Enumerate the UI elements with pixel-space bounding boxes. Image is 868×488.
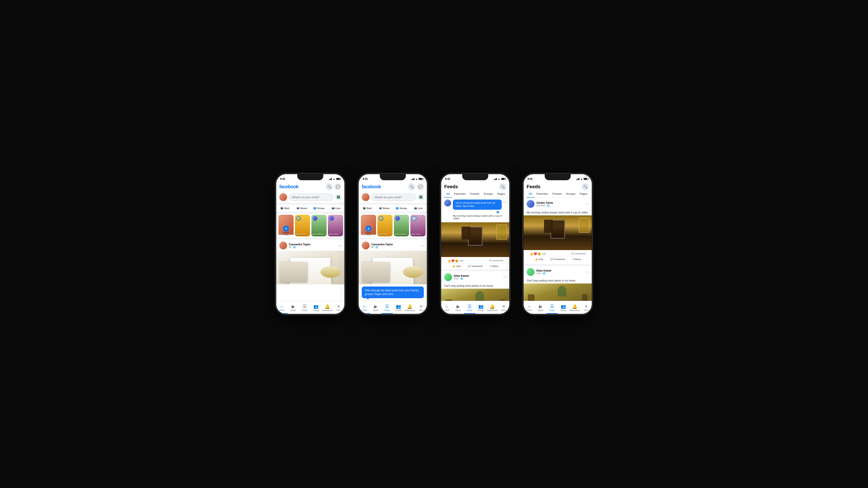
story-itai-2[interactable]: Itai Jordaan — [377, 215, 393, 236]
feeds-search-4[interactable]: 🔍 — [582, 183, 589, 190]
feeds-icon-3: ☰ — [468, 304, 471, 309]
tab-pages-4[interactable]: Pages — [578, 192, 590, 198]
search-button-1[interactable]: 🔍 — [326, 183, 333, 190]
nav-more-4[interactable]: ≡ More — [581, 301, 592, 314]
post-actions-3: 👍 Like 💬 Comment ↗ Share — [447, 263, 503, 269]
story-name-sanna-2: Sanna Madsen — [395, 233, 408, 235]
nav-feeds-2[interactable]: ☰ Feeds — [381, 301, 393, 314]
post-avatar-2 — [362, 241, 370, 250]
notch-2 — [380, 174, 406, 180]
create-story-1[interactable]: + Create aStory — [278, 215, 293, 236]
search-button-2[interactable]: 🔍 — [408, 183, 415, 190]
live-btn-1[interactable]: 📺Live — [328, 205, 345, 211]
nav-home-1[interactable]: ⌂ Home — [276, 301, 287, 314]
share-btn-3[interactable]: ↗ Share — [485, 263, 503, 269]
nav-watch-label-4: Watch — [538, 309, 544, 312]
phone-2: 9:41 ▲ facebook 🔍 — [358, 173, 428, 315]
battery-1 — [336, 178, 340, 180]
feeds-search-3[interactable]: 🔍 — [499, 183, 506, 190]
feeds-tabs-4: All Favorites Friends Groups Pages — [524, 190, 592, 198]
post-input-2[interactable]: What's on your mind? — [371, 193, 416, 201]
nav-groups-2[interactable]: 👥 Groups — [393, 301, 404, 314]
wifi-icon-2: ▲ — [415, 177, 418, 180]
post-box-1: What's on your mind? 🖼 — [276, 192, 344, 204]
tab-friends-3[interactable]: Friends — [468, 192, 482, 198]
nav-groups-3[interactable]: 👥 Groups — [475, 301, 487, 314]
post-more-gilan-3[interactable]: ··· — [503, 275, 506, 279]
nav-more-3[interactable]: ≡ More — [498, 301, 509, 314]
nav-feeds-3[interactable]: ☰ Feeds — [464, 301, 475, 314]
nav-home-2[interactable]: ⌂ Home — [359, 301, 370, 314]
reel-btn-1[interactable]: 🎬Reel — [276, 205, 293, 211]
room-btn-1[interactable]: 📹Room — [293, 205, 311, 211]
tab-favorites-3[interactable]: Favorites — [452, 192, 468, 198]
nav-feeds-1[interactable]: ☰ Feeds — [299, 301, 310, 314]
signal-icon-2 — [411, 178, 414, 180]
nav-notifications-2[interactable]: 🔔 Notifications — [404, 301, 415, 314]
nav-groups-1[interactable]: 👥 Groups — [310, 301, 321, 314]
group-btn-1[interactable]: 👥Group — [310, 205, 328, 211]
nav-home-label-1: Home — [279, 309, 284, 311]
comment-btn-4[interactable]: 💬 Comment — [548, 257, 567, 262]
comment-btn-3[interactable]: 💬 Comment — [466, 263, 485, 269]
like-btn-4[interactable]: 👍 Like — [530, 257, 548, 262]
feeds-title-4: Feeds — [527, 184, 540, 190]
room-btn-2[interactable]: 📹Room — [376, 205, 393, 211]
tab-favorites-4[interactable]: Favorites — [534, 192, 550, 198]
story-sanna-1[interactable]: Sanna Madsen — [311, 215, 327, 236]
nav-home-4[interactable]: ⌂ Home — [524, 301, 535, 314]
tab-groups-3[interactable]: Groups — [482, 192, 495, 198]
nav-more-2[interactable]: ≡ More — [415, 301, 427, 314]
nav-notifications-1[interactable]: 🔔 Notifications — [321, 301, 333, 314]
fb-header-1: facebook 🔍 💬 — [276, 182, 344, 192]
post-gilan-3: Gilan Kamel 7min · 🌐 ··· Can't stop putt… — [441, 271, 509, 301]
tab-all-4[interactable]: All — [527, 192, 534, 198]
nav-watch-2[interactable]: ▶ Watch — [370, 301, 381, 314]
phones-container: 9:41 ▲ facebook — [276, 173, 592, 315]
tab-all-3[interactable]: All — [444, 192, 452, 198]
nav-feeds-4[interactable]: ☰ Feeds — [547, 301, 558, 314]
tooltip-filter-3: You're seeing the latest posts from all … — [453, 199, 502, 210]
post-more-2[interactable]: ··· — [421, 243, 424, 248]
nav-notifications-4[interactable]: 🔔 Notifications — [569, 301, 580, 314]
notifications-icon-3: 🔔 — [490, 304, 495, 309]
post-more-jordan-4[interactable]: ··· — [586, 202, 589, 206]
post-input-1[interactable]: What's on your mind? — [289, 193, 334, 201]
story-itai-1[interactable]: Itai Jordaan — [295, 215, 310, 236]
tab-friends-4[interactable]: Friends — [550, 192, 564, 198]
watch-icon-2: ▶ — [374, 304, 377, 309]
post-more-tooltip-3[interactable]: ··· — [503, 200, 506, 204]
story-eitan-2[interactable]: Eitan Yama — [410, 215, 426, 236]
reactions-4: 👍❤️😮 120 23 comments 👍 Like 💬 Comment ↗ … — [524, 250, 592, 262]
group-btn-2[interactable]: 👥Group — [393, 205, 410, 211]
post-more-1[interactable]: ··· — [338, 243, 341, 248]
post-more-gilan-4[interactable]: ··· — [586, 269, 589, 274]
feeds-icon-1: ☰ — [303, 304, 307, 309]
reel-btn-2[interactable]: 🎬Reel — [359, 205, 376, 211]
post-text-gilan-4: Can't stop putting more plants in my hom… — [524, 277, 592, 284]
story-sanna-2[interactable]: Sanna Madsen — [394, 215, 409, 236]
create-story-2[interactable]: + Create aStory — [361, 215, 376, 236]
nav-watch-4[interactable]: ▶ Watch — [535, 301, 546, 314]
tab-pages-3[interactable]: Pages — [495, 192, 507, 198]
nav-more-1[interactable]: ≡ More — [333, 301, 344, 314]
status-time-1: 9:41 — [280, 177, 285, 181]
tab-groups-4[interactable]: Groups — [564, 192, 578, 198]
status-icons-2: ▲ — [411, 177, 423, 180]
nav-notifications-3[interactable]: 🔔 Notifications — [487, 301, 498, 314]
nav-groups-4[interactable]: 👥 Groups — [558, 301, 569, 314]
nav-watch-3[interactable]: ▶ Watch — [453, 301, 464, 314]
messenger-button-2[interactable]: 💬 — [417, 183, 424, 190]
share-btn-4[interactable]: ↗ Share — [567, 257, 586, 262]
like-btn-3[interactable]: 👍 Like — [447, 263, 466, 269]
nav-home-3[interactable]: ⌂ Home — [441, 301, 453, 314]
watch-icon-1: ▶ — [292, 304, 295, 309]
messenger-button-1[interactable]: 💬 — [334, 183, 341, 190]
nav-watch-1[interactable]: ▶ Watch — [287, 301, 299, 314]
photo-button-2[interactable]: 🖼 — [418, 194, 424, 200]
post-avatar-1 — [279, 241, 287, 250]
photo-button-1[interactable]: 🖼 — [335, 194, 341, 200]
post-text-gilan-3: Can't stop putting more plants in my hom… — [441, 282, 509, 289]
live-btn-2[interactable]: 📺Live — [410, 205, 427, 211]
story-eitan-1[interactable]: Eitan Yama — [328, 215, 343, 236]
